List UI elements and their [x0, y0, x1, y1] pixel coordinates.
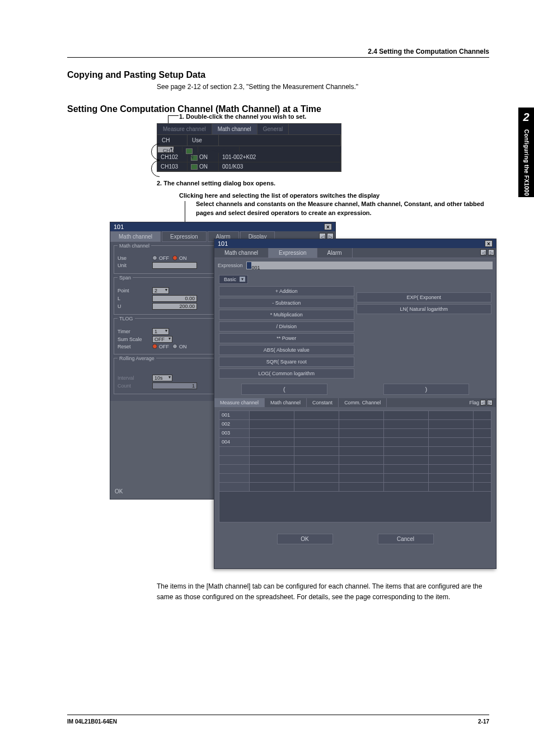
heading-copying: Copying and Pasting Setup Data: [67, 70, 489, 80]
tab-math-channel[interactable]: Math channel: [212, 124, 257, 134]
arrow-left-icon[interactable]: ◁: [480, 400, 486, 405]
op-addition[interactable]: + Addition: [219, 286, 354, 296]
count-label: Count: [118, 383, 149, 389]
op-multiplication[interactable]: * Multiplication: [219, 310, 354, 320]
channel-list-tabbar: Measure channel Math channel General: [157, 124, 341, 134]
paren-open-button[interactable]: (: [241, 384, 327, 395]
titlebar: 101 ×: [214, 239, 496, 248]
src-item: 003: [219, 429, 250, 437]
use-off-radio[interactable]: OFF: [152, 255, 169, 261]
operator-category-row: Basic: [219, 275, 491, 284]
list-item[interactable]: 001: [219, 411, 491, 420]
cell-ch: CH102: [157, 153, 188, 161]
flag-label: Flag: [469, 400, 479, 405]
op-log[interactable]: LOG( Common logarithm: [219, 368, 354, 379]
arrow-left-icon[interactable]: ◁: [480, 249, 486, 255]
reset-off-radio[interactable]: OFF: [152, 344, 169, 349]
table-row[interactable]: CH102 ON 101-002+K02: [157, 153, 341, 162]
tab-alarm[interactable]: Alarm: [317, 248, 353, 258]
expression-builder-dialog: 101 × Math channel Expression Alarm ◁ ▷ …: [214, 239, 496, 569]
dialog-button-row: OK Cancel: [214, 528, 496, 551]
cell-expr: 101-002+K02: [219, 153, 341, 161]
cancel-button[interactable]: Cancel: [378, 534, 434, 544]
step-1-text: 1. Double-click the channel you wish to …: [179, 113, 306, 120]
tab-math-channel[interactable]: Math channel: [110, 231, 161, 242]
expression-input[interactable]: 001: [246, 262, 493, 269]
op-exp[interactable]: EXP( Exponent: [357, 292, 492, 302]
span-l-input[interactable]: 0.00: [152, 295, 197, 302]
use-label: Use: [118, 255, 149, 261]
ok-button[interactable]: OK: [277, 534, 333, 544]
srctab-math[interactable]: Math channel: [265, 398, 307, 407]
point-label: Point: [118, 288, 149, 293]
expr-subtabs: Math channel Expression Alarm ◁ ▷: [214, 248, 496, 258]
op-abs[interactable]: ABS( Absolute value: [219, 345, 354, 355]
srctab-comm[interactable]: Comm. Channel: [339, 398, 387, 407]
paren-close-button[interactable]: ): [383, 384, 470, 395]
point-select[interactable]: 2: [152, 287, 169, 294]
op-power[interactable]: ** Power: [219, 333, 354, 343]
click-note: Clicking here and selecting the list of …: [179, 192, 489, 199]
grid-header-ch: CH: [157, 135, 188, 146]
span-u-input[interactable]: 200.00: [152, 303, 197, 310]
op-sqr[interactable]: SQR( Square root: [219, 357, 354, 367]
list-item[interactable]: 002: [219, 420, 491, 429]
use-on-radio[interactable]: ON: [172, 255, 187, 261]
tab-measure-channel[interactable]: Measure channel: [157, 124, 212, 134]
tab-expression[interactable]: Expression: [162, 231, 206, 242]
channel-list-window: Measure channel Math channel General CH …: [157, 123, 341, 172]
click-note-text: Clicking here and selecting the list of …: [179, 192, 380, 199]
op-subtraction[interactable]: - Subtraction: [219, 298, 354, 308]
cell-on: ON: [199, 164, 208, 170]
table-row[interactable]: CH103 ON 001/K03: [157, 162, 341, 171]
page-footer: IM 04L21B01-64EN 2-17: [67, 715, 489, 725]
unit-input[interactable]: [152, 262, 197, 269]
op-ln[interactable]: LN( Natural logarithm: [357, 304, 492, 314]
tab-general[interactable]: General: [257, 124, 289, 134]
src-item: 004: [219, 438, 250, 446]
srctab-flag[interactable]: Flag ◁ ▷: [466, 398, 496, 407]
operator-category-dropdown[interactable]: Basic: [219, 275, 248, 284]
tab-arrows: ◁ ▷: [479, 248, 496, 258]
cell-on: ON: [199, 154, 208, 160]
legend: Math channel: [118, 243, 151, 249]
op-division[interactable]: / Division: [219, 321, 354, 332]
count-input[interactable]: 1: [152, 382, 197, 389]
ok-partial-label: OK: [115, 488, 123, 494]
radio-icon: [152, 255, 157, 260]
list-item[interactable]: 004: [219, 438, 491, 447]
srctab-measure[interactable]: Measure channel: [214, 398, 265, 407]
close-icon[interactable]: ×: [485, 240, 493, 247]
cell-expr: 001/K03: [219, 162, 341, 171]
list-item[interactable]: 003: [219, 429, 491, 438]
sumscale-select[interactable]: OFF: [152, 336, 172, 343]
cell-use: ON: [182, 147, 198, 152]
legend: Rolling Average: [118, 356, 156, 361]
cell-ch: CH101: [160, 147, 182, 152]
arrow-right-icon[interactable]: ▷: [488, 249, 494, 255]
tab-math-channel[interactable]: Math channel: [214, 248, 269, 258]
source-grid: 001 002 003 004: [219, 410, 491, 522]
srctab-constant[interactable]: Constant: [307, 398, 339, 407]
cell-on: ON: [186, 154, 194, 160]
reset-label: Reset: [118, 344, 149, 349]
operator-grid: + Addition - Subtraction * Multiplicatio…: [219, 286, 491, 380]
tab-expression[interactable]: Expression: [269, 248, 317, 258]
expression-label: Expression: [218, 263, 243, 268]
table-row[interactable]: CH101 ON (001+002)*K01: [157, 146, 174, 153]
legend: Span: [118, 275, 133, 281]
close-icon[interactable]: ×: [324, 223, 332, 230]
page-number: 2-17: [478, 718, 489, 725]
step-1-label: 1. Double-click the channel you wish to …: [179, 113, 489, 120]
arrow-right-icon[interactable]: ▷: [487, 400, 493, 405]
checkbox-icon: [191, 164, 198, 170]
bottom-paragraph: The items in the [Math channel] tab can …: [157, 581, 493, 603]
list-item: [219, 456, 491, 465]
timer-select[interactable]: 1: [152, 328, 169, 335]
reset-on-radio[interactable]: ON: [172, 344, 187, 349]
interval-label: Interval: [118, 375, 149, 381]
dialog-title: 101: [218, 240, 228, 247]
operator-col-right: EXP( Exponent LN( Natural logarithm: [357, 286, 492, 380]
interval-select[interactable]: 10s: [152, 375, 172, 381]
operator-col-left: + Addition - Subtraction * Multiplicatio…: [219, 286, 354, 380]
